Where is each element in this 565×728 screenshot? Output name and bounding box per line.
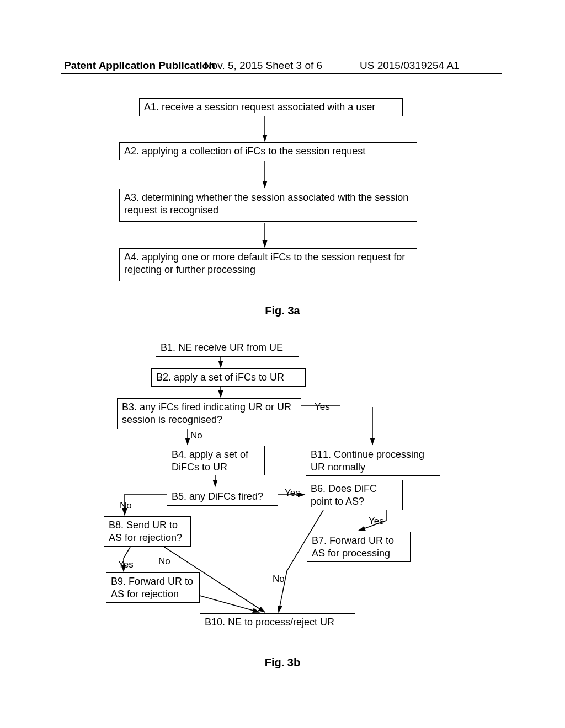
step-b9: B9. Forward UR to AS for rejection xyxy=(106,572,200,603)
page: { "header":{ "left":"Patent Application … xyxy=(0,0,565,728)
label-b6-yes: Yes xyxy=(369,516,384,527)
step-b6: B6. Does DiFC point to AS? xyxy=(306,480,403,510)
label-b3-no: No xyxy=(190,430,202,441)
step-b3: B3. any iFCs fired indicating UR or UR s… xyxy=(117,398,301,429)
header-left: Patent Application Publication xyxy=(64,60,215,72)
step-b11: B11. Continue processing UR normally xyxy=(306,446,440,476)
fig3b-caption: Fig. 3b xyxy=(227,656,338,669)
step-b5: B5. any DiFCs fired? xyxy=(167,488,278,506)
fig3a-caption: Fig. 3a xyxy=(227,304,338,317)
step-b2: B2. apply a set of iFCs to UR xyxy=(151,368,306,387)
step-b1: B1. NE receive UR from UE xyxy=(156,339,299,357)
step-b8: B8. Send UR to AS for rejection? xyxy=(104,516,191,547)
step-a2: A2. applying a collection of iFCs to the… xyxy=(119,142,417,160)
header-right: US 2015/0319254 A1 xyxy=(360,60,460,72)
step-a1: A1. receive a session request associated… xyxy=(139,98,403,116)
label-b5-no: No xyxy=(120,500,132,511)
label-b6-no: No xyxy=(273,574,285,585)
label-b8-yes: Yes xyxy=(118,559,134,570)
label-b3-yes: Yes xyxy=(315,402,330,413)
header-mid: Nov. 5, 2015 Sheet 3 of 6 xyxy=(204,60,322,72)
label-b5-yes: Yes xyxy=(285,488,300,499)
step-a3: A3. determining whether the session asso… xyxy=(119,189,417,222)
step-b10: B10. NE to process/reject UR xyxy=(200,613,355,631)
label-b8-no: No xyxy=(158,556,170,567)
step-b7: B7. Forward UR to AS for processing xyxy=(307,532,411,562)
step-a4: A4. applying one or more default iFCs to… xyxy=(119,248,417,281)
header-rule xyxy=(61,73,502,74)
step-b4: B4. apply a set of DiFCs to UR xyxy=(167,446,265,475)
